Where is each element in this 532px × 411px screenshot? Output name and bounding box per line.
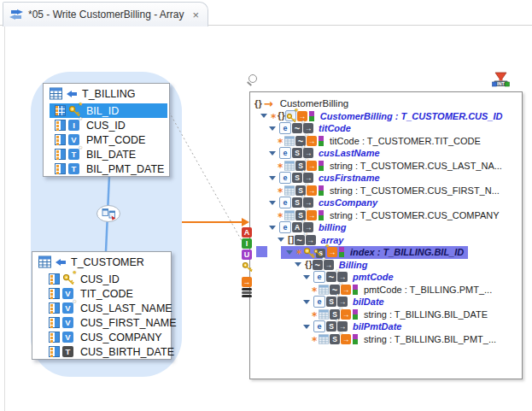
tree-row[interactable]: *S*→string : T_CUSTOMER.CUS_FIRST_N... (250, 185, 522, 197)
tree-row[interactable]: eS*→cusCompany (250, 197, 522, 209)
tree-row[interactable]: e~*→pmtCode (250, 271, 522, 284)
mapping-arrow-head (242, 218, 249, 226)
format-badge-icon (308, 111, 315, 121)
column-row-cus_last_name[interactable]: V*CUS_LAST_NAME (32, 301, 171, 315)
column-row-bil_pmt_date[interactable]: TBIL_PMT_DATE (44, 161, 169, 176)
expander-icon[interactable] (295, 262, 304, 267)
tree-row[interactable]: *~*→titCode : T_CUSTOMER.TIT_CODE (250, 135, 522, 148)
table-header[interactable]: T_CUSTOMER (32, 252, 171, 272)
tree-node-label: bilPmtDate (353, 321, 401, 332)
tree-node-label: string : T_BILLING.BIL_PMT_... (364, 334, 496, 344)
key-element-icon: * (285, 110, 296, 121)
arrow-left-icon (56, 258, 67, 267)
tree-node-label: titCode (319, 123, 351, 133)
type-palette: AIU→ (242, 227, 253, 288)
tree-row[interactable]: eS*→bilDate (250, 296, 522, 308)
tree-node-label: titCode : T_CUSTOMER.TIT_CODE (330, 136, 481, 146)
integer-icon[interactable]: I (242, 238, 253, 249)
tree-row[interactable]: eA*→billing (250, 221, 522, 234)
column-row-cus_first_name[interactable]: VCUS_FIRST_NAME (32, 315, 171, 330)
tree-node-label: string : T_CUSTOMER.CUS_COMPANY (330, 210, 500, 220)
column-icon (49, 288, 60, 299)
element-icon: e (279, 147, 291, 159)
attribute-icon[interactable]: A (242, 227, 253, 238)
expander-icon[interactable] (269, 201, 278, 205)
column-name: CUS_ID (86, 120, 126, 132)
expander-icon[interactable] (303, 275, 313, 279)
column-row-cus_company[interactable]: VCUS_COMPANY (32, 330, 171, 344)
tree-row[interactable]: *S*→string : T_CUSTOMER.CUS_COMPANY (250, 209, 522, 222)
tree-row[interactable]: eS*→cusFirstname (250, 172, 522, 185)
table-column-icon (284, 161, 295, 171)
expander-icon[interactable] (269, 151, 278, 156)
format-badge-icon (352, 309, 359, 320)
column-row-cus_birth_date[interactable]: TCUS_BIRTH_DATE (32, 344, 171, 359)
column-name: CUS_BIRTH_DATE (80, 346, 174, 358)
expander-icon[interactable] (286, 250, 295, 255)
table-icon (50, 87, 62, 100)
column-row-bil_id[interactable]: *BIL_ID (44, 103, 169, 118)
expander-icon[interactable] (303, 325, 313, 329)
column-icon (49, 302, 60, 314)
table-column-icon (319, 334, 329, 344)
expander-icon[interactable] (269, 176, 278, 180)
format-badge-icon (318, 185, 324, 196)
tree-node-label: string : T_CUSTOMER.CUS_LAST_NA... (330, 161, 502, 171)
column-name: CUS_COMPANY (80, 332, 162, 343)
expander-icon[interactable] (303, 300, 313, 304)
tree-row[interactable]: *S*→string : T_BILLING.BIL_DATE (250, 308, 522, 321)
column-row-bil_date[interactable]: T*BIL_DATE (44, 147, 169, 161)
tree-row[interactable]: *S*→string : T_CUSTOMER.CUS_LAST_NA... (250, 160, 522, 173)
tree-row[interactable]: *s*→index : T_BILLING.BIL_ID (250, 246, 522, 259)
tree-node-label: pmtCode (353, 272, 394, 282)
tree-row[interactable]: *{ }*→CustomerBilling : T_CUSTOMER.CUS_I… (250, 110, 522, 123)
tree-row[interactable]: [ ]~*→array (250, 234, 522, 247)
sequence-type-icon: ~* (295, 235, 305, 245)
object-braces-icon: { } (278, 111, 284, 120)
table-header[interactable]: T_BILLING (44, 84, 169, 103)
editor-tab[interactable]: *05 - Write CustomerBilling - Array × (3, 2, 208, 26)
mapped-bullet-icon: * (312, 285, 318, 294)
key-icon[interactable] (242, 261, 253, 276)
expander-icon[interactable] (269, 126, 278, 131)
column-row-cus_id[interactable]: *CUS_ID (32, 272, 171, 286)
expander-icon[interactable] (269, 226, 278, 230)
mapped-output-icon: → (307, 161, 317, 171)
tree-row[interactable]: { }~*→Billing (250, 259, 522, 272)
table-column-icon (284, 185, 295, 196)
format-badge-icon (352, 285, 359, 295)
column-row-pmt_code[interactable]: VPMT_CODE (44, 132, 169, 147)
v-type-icon: V* (62, 302, 73, 314)
tree-row[interactable]: *S*→string : T_BILLING.BIL_PMT_... (250, 333, 522, 346)
table-column-icon (319, 285, 329, 295)
tab-close-icon[interactable]: × (193, 9, 200, 21)
tree-node-label: bilDate (353, 297, 384, 307)
tree-row[interactable]: eS*→bilPmtDate (250, 320, 522, 333)
tree-node-label: index : T_BILLING.BIL_ID (350, 247, 464, 257)
join-relationship-icon[interactable] (96, 204, 121, 226)
expander-icon[interactable] (278, 238, 287, 242)
sequence-type-icon: ~* (313, 260, 323, 270)
mapped-bullet-icon: * (278, 186, 284, 195)
tree-row[interactable]: *~*→pmtCode : T_BILLING.PMT_... (250, 284, 522, 297)
integration-filter-icon[interactable]: INT (492, 72, 510, 91)
expander-icon[interactable] (260, 114, 270, 118)
array-type-icon: A* (292, 222, 302, 232)
tree-row[interactable]: { }→CustomerBilling (250, 97, 522, 110)
search-icon[interactable] (247, 73, 259, 86)
output-tree: { }→CustomerBilling*{ }*→CustomerBilling… (250, 92, 522, 345)
t-type-icon: T (68, 163, 79, 174)
column-row-tit_code[interactable]: VTIT_CODE (32, 286, 171, 301)
format-badge-icon (318, 136, 324, 146)
tree-row[interactable]: eS*→cusLastName (250, 147, 522, 160)
sequence-type-icon: ~* (326, 272, 336, 282)
output-icon[interactable]: → (242, 277, 253, 287)
canvas-left-border (4, 26, 5, 411)
union-icon[interactable]: U (242, 250, 253, 260)
tree-row[interactable]: e~*→titCode (250, 122, 522, 135)
tab-title: *05 - Write CustomerBilling - Array (28, 9, 184, 21)
arrow-left-icon (67, 90, 78, 98)
column-row-cus_id[interactable]: I*CUS_ID (44, 118, 169, 132)
mapped-bullet-icon: * (278, 137, 284, 145)
string-type-icon: S* (292, 148, 302, 158)
